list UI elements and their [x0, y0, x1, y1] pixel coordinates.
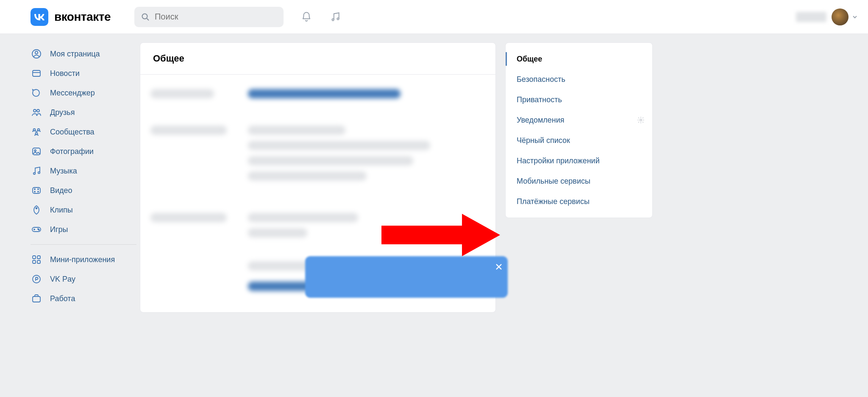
notifications-icon[interactable] [300, 11, 312, 23]
svg-point-5 [35, 51, 38, 54]
chevron-down-icon[interactable] [852, 14, 858, 20]
svg-point-19 [34, 191, 35, 192]
nav-label: Видео [50, 186, 72, 195]
blurred-link [248, 89, 401, 98]
close-icon[interactable] [493, 261, 504, 272]
nav-games[interactable]: Игры [31, 220, 136, 239]
nav-label: Клипы [50, 206, 73, 215]
svg-point-9 [37, 109, 39, 112]
nav-label: Сообщества [50, 128, 95, 137]
svg-point-32 [33, 275, 40, 283]
vkpay-icon [31, 273, 42, 285]
svg-point-8 [33, 109, 36, 112]
tab-label: Уведомления [517, 116, 565, 125]
nav-friends[interactable]: Друзья [31, 103, 136, 122]
nav-clips[interactable]: Клипы [31, 200, 136, 220]
news-icon [31, 67, 42, 79]
svg-point-22 [36, 208, 37, 209]
nav-label: Работа [50, 294, 75, 303]
nav-music[interactable]: Музыка [31, 161, 136, 181]
nav-work[interactable]: Работа [31, 289, 136, 308]
left-nav: Моя страница Новости Мессенджер Друзья С… [31, 44, 136, 308]
nav-separator [31, 244, 136, 245]
video-icon [31, 185, 42, 196]
nav-label: Друзья [50, 108, 75, 117]
blurred-label [150, 213, 227, 222]
svg-point-36 [640, 119, 642, 121]
blurred-text [248, 228, 307, 238]
tab-label: Общее [517, 55, 542, 64]
nav-label: Новости [50, 69, 80, 78]
settings-tab-general[interactable]: Общее [506, 49, 652, 69]
blurred-text [248, 156, 413, 165]
svg-point-0 [142, 14, 147, 19]
clips-icon [31, 204, 42, 216]
nav-label: Игры [50, 225, 68, 234]
settings-tab-mobile-services[interactable]: Мобильные сервисы [506, 171, 652, 191]
tab-label: Безопасность [517, 75, 565, 84]
nav-vkpay[interactable]: VK Pay [31, 269, 136, 289]
svg-point-2 [332, 19, 334, 20]
search-icon [141, 13, 150, 21]
blurred-text [248, 126, 345, 135]
settings-title: Общее [140, 43, 495, 75]
svg-rect-6 [33, 70, 40, 76]
games-icon [31, 224, 42, 235]
communities-icon [31, 126, 42, 138]
nav-label: Моя страница [50, 50, 100, 59]
nav-communities[interactable]: Сообщества [31, 122, 136, 142]
svg-point-18 [34, 189, 35, 190]
svg-rect-29 [37, 256, 40, 259]
tab-label: Мобильные сервисы [517, 177, 590, 186]
svg-point-27 [39, 229, 39, 230]
svg-rect-30 [33, 260, 36, 263]
photos-icon [31, 145, 42, 157]
avatar[interactable] [832, 8, 849, 25]
messenger-icon [31, 87, 42, 99]
blurred-label [150, 126, 227, 135]
nav-label: Музыка [50, 167, 77, 176]
nav-label: VK Pay [50, 275, 75, 284]
svg-rect-33 [33, 296, 40, 302]
svg-rect-13 [33, 148, 40, 155]
search-input[interactable] [154, 11, 277, 22]
svg-point-20 [38, 189, 39, 190]
profile-icon [31, 48, 42, 60]
settings-tab-app-settings[interactable]: Настройки приложений [506, 151, 652, 171]
blurred-label [150, 89, 214, 98]
nav-news[interactable]: Новости [31, 64, 136, 83]
settings-tab-security[interactable]: Безопасность [506, 69, 652, 89]
svg-line-1 [147, 18, 149, 20]
music-icon[interactable] [329, 11, 341, 23]
settings-sidebar: Общее Безопасность Приватность Уведомлен… [505, 42, 653, 218]
nav-label: Мини-приложения [50, 255, 115, 264]
settings-tab-notifications[interactable]: Уведомления [506, 110, 652, 130]
page-body: Моя страница Новости Мессенджер Друзья С… [0, 34, 868, 397]
nav-photos[interactable]: Фотографии [31, 142, 136, 161]
blurred-text [248, 141, 430, 150]
settings-tab-blacklist[interactable]: Чёрный список [506, 130, 652, 151]
nav-my-page[interactable]: Моя страница [31, 44, 136, 64]
brand-text[interactable]: вконтакте [54, 10, 111, 24]
username-blurred [796, 12, 826, 22]
svg-point-14 [34, 150, 36, 151]
svg-rect-31 [37, 260, 40, 263]
friends-icon [31, 106, 42, 118]
toast-notification [305, 256, 508, 298]
nav-miniapps[interactable]: Мини-приложения [31, 250, 136, 269]
settings-tab-payment-services[interactable]: Платёжные сервисы [506, 191, 652, 212]
svg-point-21 [38, 191, 39, 192]
blurred-text [248, 213, 358, 222]
tab-label: Чёрный список [517, 136, 570, 145]
work-icon [31, 293, 42, 305]
svg-rect-17 [33, 187, 40, 193]
search-box[interactable] [134, 7, 284, 27]
miniapps-icon [31, 254, 42, 266]
nav-video[interactable]: Видео [31, 181, 136, 200]
nav-messenger[interactable]: Мессенджер [31, 83, 136, 103]
gear-icon[interactable] [637, 116, 645, 124]
top-header: вконтакте [0, 0, 868, 34]
vk-logo[interactable] [31, 8, 48, 26]
music-nav-icon [31, 165, 42, 177]
settings-tab-privacy[interactable]: Приватность [506, 89, 652, 110]
